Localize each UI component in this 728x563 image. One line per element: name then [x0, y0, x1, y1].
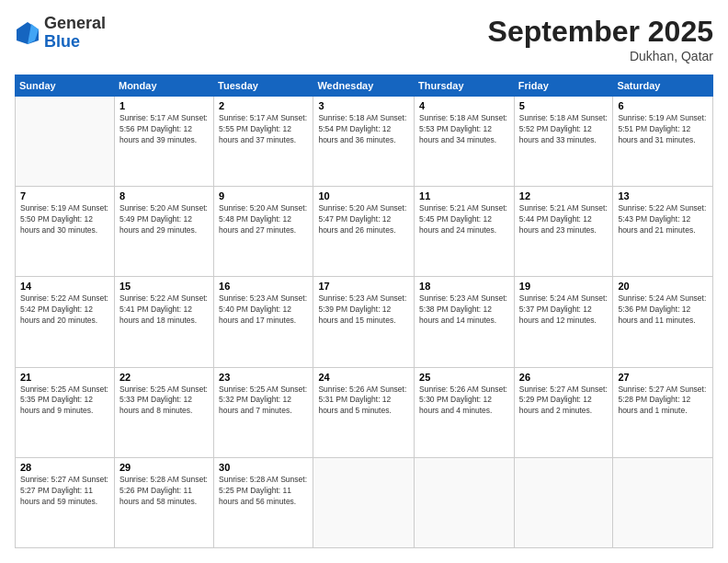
calendar-cell: 15Sunrise: 5:22 AM Sunset: 5:41 PM Dayli…: [114, 277, 213, 367]
day-number: 6: [618, 100, 708, 111]
day-number: 21: [20, 372, 109, 383]
day-number: 4: [419, 100, 509, 111]
day-info: Sunrise: 5:18 AM Sunset: 5:54 PM Dayligh…: [318, 113, 409, 146]
day-info: Sunrise: 5:25 AM Sunset: 5:32 PM Dayligh…: [219, 385, 308, 418]
day-info: Sunrise: 5:26 AM Sunset: 5:31 PM Dayligh…: [318, 385, 409, 418]
page: General Blue September 2025 Dukhan, Qata…: [0, 0, 728, 563]
day-info: Sunrise: 5:17 AM Sunset: 5:56 PM Dayligh…: [119, 113, 209, 146]
logo: General Blue: [15, 15, 106, 52]
calendar-cell: 23Sunrise: 5:25 AM Sunset: 5:32 PM Dayli…: [214, 367, 313, 457]
day-number: 2: [219, 100, 308, 111]
calendar-cell: 6Sunrise: 5:19 AM Sunset: 5:51 PM Daylig…: [613, 97, 713, 187]
calendar-cell: 12Sunrise: 5:21 AM Sunset: 5:44 PM Dayli…: [514, 187, 613, 277]
day-info: Sunrise: 5:21 AM Sunset: 5:44 PM Dayligh…: [519, 203, 609, 236]
col-header-sunday: Sunday: [16, 75, 115, 97]
calendar-cell: [613, 457, 713, 547]
day-info: Sunrise: 5:23 AM Sunset: 5:38 PM Dayligh…: [419, 293, 509, 327]
day-number: 29: [119, 462, 209, 473]
day-info: Sunrise: 5:28 AM Sunset: 5:25 PM Dayligh…: [219, 475, 308, 508]
day-number: 18: [419, 281, 509, 292]
day-info: Sunrise: 5:21 AM Sunset: 5:45 PM Dayligh…: [419, 203, 509, 236]
day-info: Sunrise: 5:22 AM Sunset: 5:42 PM Dayligh…: [20, 293, 109, 327]
calendar-cell: 11Sunrise: 5:21 AM Sunset: 5:45 PM Dayli…: [415, 187, 515, 277]
calendar-cell: 29Sunrise: 5:28 AM Sunset: 5:26 PM Dayli…: [114, 457, 213, 547]
day-number: 27: [618, 372, 708, 383]
col-header-wednesday: Wednesday: [313, 75, 415, 97]
day-number: 24: [318, 372, 409, 383]
day-info: Sunrise: 5:25 AM Sunset: 5:33 PM Dayligh…: [119, 385, 209, 418]
col-header-friday: Friday: [514, 75, 613, 97]
calendar-cell: [415, 457, 515, 547]
header: General Blue September 2025 Dukhan, Qata…: [15, 15, 713, 63]
calendar-cell: 10Sunrise: 5:20 AM Sunset: 5:47 PM Dayli…: [313, 187, 415, 277]
day-number: 3: [318, 100, 409, 111]
calendar-cell: 19Sunrise: 5:24 AM Sunset: 5:37 PM Dayli…: [514, 277, 613, 367]
day-number: 10: [318, 190, 409, 201]
day-info: Sunrise: 5:19 AM Sunset: 5:50 PM Dayligh…: [20, 203, 109, 236]
day-number: 25: [419, 372, 509, 383]
calendar-cell: 28Sunrise: 5:27 AM Sunset: 5:27 PM Dayli…: [16, 457, 115, 547]
day-number: 7: [20, 190, 109, 201]
calendar-cell: 17Sunrise: 5:23 AM Sunset: 5:39 PM Dayli…: [313, 277, 415, 367]
logo-blue-text: Blue: [44, 32, 80, 51]
day-info: Sunrise: 5:24 AM Sunset: 5:36 PM Dayligh…: [618, 293, 708, 327]
day-number: 17: [318, 281, 409, 292]
calendar-cell: 26Sunrise: 5:27 AM Sunset: 5:29 PM Dayli…: [514, 367, 613, 457]
calendar-cell: 22Sunrise: 5:25 AM Sunset: 5:33 PM Dayli…: [114, 367, 213, 457]
calendar-week-row: 1Sunrise: 5:17 AM Sunset: 5:56 PM Daylig…: [16, 97, 713, 187]
calendar-cell: [514, 457, 613, 547]
calendar-cell: 7Sunrise: 5:19 AM Sunset: 5:50 PM Daylig…: [16, 187, 115, 277]
calendar-cell: 5Sunrise: 5:18 AM Sunset: 5:52 PM Daylig…: [514, 97, 613, 187]
title-block: September 2025 Dukhan, Qatar: [488, 15, 713, 63]
day-number: 11: [419, 190, 509, 201]
calendar-cell: 14Sunrise: 5:22 AM Sunset: 5:42 PM Dayli…: [16, 277, 115, 367]
calendar-cell: 24Sunrise: 5:26 AM Sunset: 5:31 PM Dayli…: [313, 367, 415, 457]
day-number: 5: [519, 100, 609, 111]
calendar-week-row: 14Sunrise: 5:22 AM Sunset: 5:42 PM Dayli…: [16, 277, 713, 367]
calendar-cell: 4Sunrise: 5:18 AM Sunset: 5:53 PM Daylig…: [415, 97, 515, 187]
day-info: Sunrise: 5:18 AM Sunset: 5:52 PM Dayligh…: [519, 113, 609, 146]
logo-general-text: General: [44, 14, 106, 32]
day-number: 26: [519, 372, 609, 383]
calendar-cell: 3Sunrise: 5:18 AM Sunset: 5:54 PM Daylig…: [313, 97, 415, 187]
day-number: 8: [119, 190, 209, 201]
day-number: 23: [219, 372, 308, 383]
day-info: Sunrise: 5:27 AM Sunset: 5:29 PM Dayligh…: [519, 385, 609, 418]
calendar-cell: 30Sunrise: 5:28 AM Sunset: 5:25 PM Dayli…: [214, 457, 313, 547]
calendar-week-row: 7Sunrise: 5:19 AM Sunset: 5:50 PM Daylig…: [16, 187, 713, 277]
calendar-cell: 8Sunrise: 5:20 AM Sunset: 5:49 PM Daylig…: [114, 187, 213, 277]
day-number: 14: [20, 281, 109, 292]
calendar-cell: 13Sunrise: 5:22 AM Sunset: 5:43 PM Dayli…: [613, 187, 713, 277]
day-number: 22: [119, 372, 209, 383]
calendar-cell: 21Sunrise: 5:25 AM Sunset: 5:35 PM Dayli…: [16, 367, 115, 457]
day-info: Sunrise: 5:28 AM Sunset: 5:26 PM Dayligh…: [119, 475, 209, 508]
calendar-cell: 18Sunrise: 5:23 AM Sunset: 5:38 PM Dayli…: [415, 277, 515, 367]
calendar-table: SundayMondayTuesdayWednesdayThursdayFrid…: [15, 75, 713, 548]
day-info: Sunrise: 5:22 AM Sunset: 5:41 PM Dayligh…: [119, 293, 209, 327]
col-header-thursday: Thursday: [415, 75, 515, 97]
day-number: 13: [618, 190, 708, 201]
location: Dukhan, Qatar: [488, 49, 713, 63]
calendar-week-row: 28Sunrise: 5:27 AM Sunset: 5:27 PM Dayli…: [16, 457, 713, 547]
day-info: Sunrise: 5:19 AM Sunset: 5:51 PM Dayligh…: [618, 113, 708, 146]
day-number: 28: [20, 462, 109, 473]
day-info: Sunrise: 5:20 AM Sunset: 5:48 PM Dayligh…: [219, 203, 308, 236]
col-header-tuesday: Tuesday: [214, 75, 313, 97]
day-info: Sunrise: 5:18 AM Sunset: 5:53 PM Dayligh…: [419, 113, 509, 146]
col-header-saturday: Saturday: [613, 75, 713, 97]
calendar-cell: 1Sunrise: 5:17 AM Sunset: 5:56 PM Daylig…: [114, 97, 213, 187]
day-number: 20: [618, 281, 708, 292]
day-info: Sunrise: 5:27 AM Sunset: 5:27 PM Dayligh…: [20, 475, 109, 508]
col-header-monday: Monday: [114, 75, 213, 97]
day-info: Sunrise: 5:23 AM Sunset: 5:39 PM Dayligh…: [318, 293, 409, 327]
calendar-cell: 20Sunrise: 5:24 AM Sunset: 5:36 PM Dayli…: [613, 277, 713, 367]
calendar-cell: 27Sunrise: 5:27 AM Sunset: 5:28 PM Dayli…: [613, 367, 713, 457]
calendar-cell: [16, 97, 115, 187]
day-info: Sunrise: 5:27 AM Sunset: 5:28 PM Dayligh…: [618, 385, 708, 418]
day-number: 12: [519, 190, 609, 201]
day-number: 30: [219, 462, 308, 473]
calendar-header-row: SundayMondayTuesdayWednesdayThursdayFrid…: [16, 75, 713, 97]
day-info: Sunrise: 5:20 AM Sunset: 5:49 PM Dayligh…: [119, 203, 209, 236]
day-number: 15: [119, 281, 209, 292]
day-info: Sunrise: 5:23 AM Sunset: 5:40 PM Dayligh…: [219, 293, 308, 327]
